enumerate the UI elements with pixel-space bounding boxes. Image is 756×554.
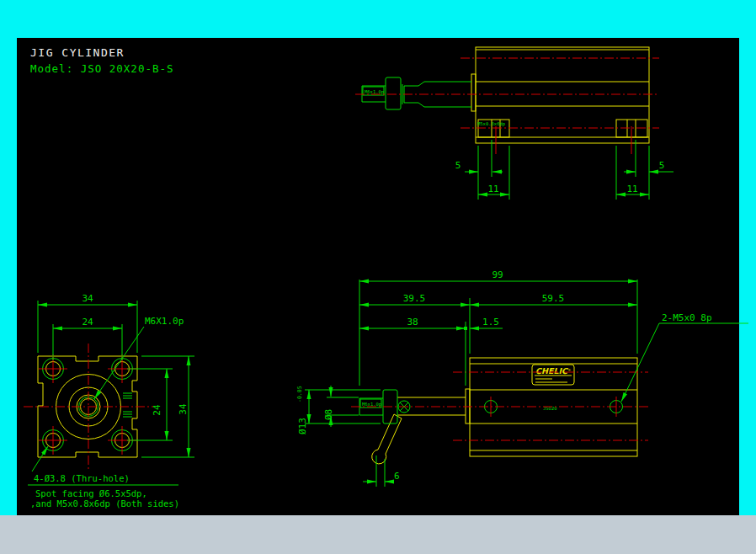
dim-overall: 99	[492, 269, 503, 280]
note-thru-hole: 4-Ø3.8 (Thru-hole)	[34, 473, 130, 483]
drawing-canvas	[17, 38, 739, 515]
dim-width-holes: 24	[82, 317, 93, 328]
rod-dia-label: Ø13	[297, 418, 308, 434]
dim-slot-right: 11	[626, 184, 637, 194]
dim-offset-right: 5	[659, 160, 665, 171]
note-spot-face-2: ,and M5x0.8x6dp (Both sides)	[30, 498, 179, 509]
dim-height-outer: 34	[178, 403, 189, 415]
note-spot-face-1: Spot facing Ø6.5x5dp,	[35, 488, 147, 498]
dim-height-holes: 24	[152, 404, 162, 416]
dim-slot-left: 11	[487, 184, 498, 194]
rod-dia-tolerance: -0.05	[296, 386, 303, 402]
dim-front: 39.5	[403, 293, 426, 304]
cad-drawing: JIG CYLINDER Model: JSO 20X20-B-S	[0, 0, 756, 554]
drawing-title: JIG CYLINDER	[30, 46, 125, 59]
dim-plate: 1.5	[482, 317, 499, 328]
piston-dia-label: Ø8	[323, 409, 334, 420]
dim-offset-left: 5	[455, 160, 461, 171]
dim-rod: 38	[407, 317, 418, 328]
port-label: 2-M5x0 8p	[662, 312, 712, 323]
dim-width-outer: 34	[82, 293, 93, 304]
brand-text: CHELIC	[535, 366, 568, 376]
dim-flats: 6	[394, 471, 400, 482]
model-number: Model: JSO 20X20-B-S	[30, 62, 174, 75]
taskbar-strip	[0, 515, 756, 554]
top-slot-note: M5x0.8x6dp	[477, 121, 505, 127]
front-thread-label: M6X1.0p	[145, 316, 184, 327]
dim-back: 59.5	[542, 293, 565, 304]
brand-reg-mark: ®	[568, 368, 571, 372]
